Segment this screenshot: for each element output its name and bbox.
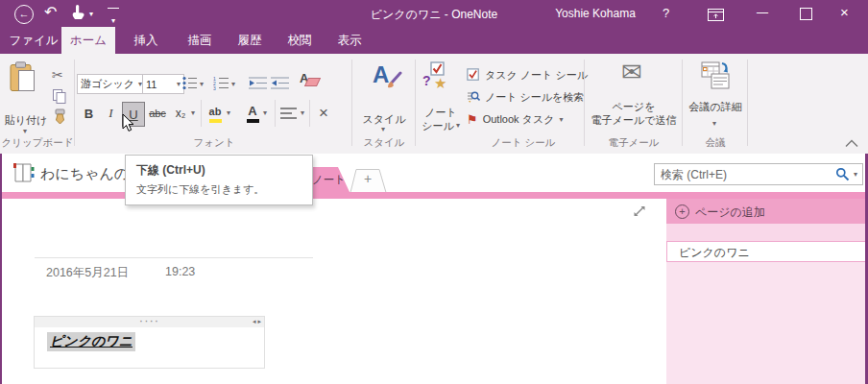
increase-indent-icon[interactable]	[271, 76, 289, 94]
note-tags-caret-icon: ▾	[456, 121, 460, 130]
svg-text:3: 3	[213, 85, 216, 91]
bold-button[interactable]: B	[79, 102, 99, 125]
numbered-list-icon[interactable]: 123	[213, 76, 229, 94]
window-edge-left	[0, 154, 2, 384]
group-divider	[584, 60, 585, 146]
add-page-icon: +	[675, 204, 689, 219]
font-name-combo[interactable]: 游ゴシック ▾	[77, 74, 146, 94]
tab-view[interactable]: 表示	[325, 27, 374, 54]
tab-draw[interactable]: 描画	[175, 27, 225, 54]
group-label-font: フォント	[77, 136, 351, 150]
paste-icon[interactable]	[10, 61, 38, 98]
copy-icon[interactable]	[53, 89, 66, 108]
paste-button[interactable]: 貼り付け	[4, 113, 48, 128]
collapse-ribbon-icon[interactable]	[845, 134, 858, 152]
bullet-list-icon[interactable]	[182, 76, 198, 94]
highlight-button[interactable]: ab	[205, 102, 225, 125]
search-tag-icon	[467, 90, 480, 104]
touch-mode-caret-icon[interactable]: ▾	[89, 10, 93, 18]
search-input[interactable]	[655, 168, 835, 181]
small-divider	[275, 100, 276, 127]
qat-customize-icon[interactable]: ▾	[108, 8, 119, 27]
back-icon[interactable]: ←	[14, 5, 34, 24]
email-page-button[interactable]: ✉ ページを 電子メールで送信	[588, 60, 680, 134]
page-list-item[interactable]: ピンクのワニ	[666, 241, 868, 262]
search-scope-caret-icon[interactable]: ▾	[854, 170, 857, 179]
decrease-indent-icon[interactable]	[249, 76, 267, 94]
small-divider	[309, 100, 310, 127]
resize-arrows-icon[interactable]: ◂ ▸	[253, 318, 261, 325]
font-size-combo[interactable]: 11 ▾	[142, 74, 184, 94]
close-button[interactable]: ×	[840, 4, 849, 20]
tab-home[interactable]: ホーム	[61, 27, 115, 54]
group-label-meeting: 会議	[687, 136, 743, 150]
group-divider	[74, 60, 75, 146]
group-label-clipboard: クリップボード	[0, 136, 75, 150]
undo-icon[interactable]: ↶	[44, 3, 57, 21]
styles-caret-icon: ▾	[381, 125, 385, 133]
paragraph-alignment-icon[interactable]	[280, 107, 298, 124]
font-color-letter: A	[248, 104, 256, 118]
title-underline-rule	[35, 257, 313, 258]
find-tags-button[interactable]: ノート シールを検索	[467, 89, 584, 105]
search-icon[interactable]	[835, 167, 850, 181]
outlook-tasks-button[interactable]: ⚑ Outlook タスク ▾	[467, 111, 563, 127]
note-container-handle[interactable]: ···· ◂ ▸	[35, 317, 264, 327]
note-tags-label-2: シール	[419, 119, 457, 133]
notebook-icon[interactable]	[12, 162, 36, 187]
minimize-button[interactable]: —	[754, 4, 771, 21]
email-label-1: ページを	[588, 100, 680, 114]
find-tags-label: ノート シールを検索	[485, 90, 584, 105]
note-text[interactable]: ピンクのワニ	[47, 332, 135, 351]
full-page-view-icon[interactable]	[632, 204, 647, 223]
format-painter-icon[interactable]	[53, 108, 67, 129]
page-time[interactable]: 19:23	[165, 265, 195, 278]
cut-icon[interactable]: ✂	[52, 67, 63, 83]
delete-icon[interactable]: ×	[314, 102, 333, 125]
font-color-button[interactable]: A	[243, 102, 262, 125]
highlight-color-bar	[209, 119, 222, 123]
font-size-caret-icon[interactable]: ▾	[177, 80, 181, 88]
outlook-tasks-label: Outlook タスク	[483, 112, 555, 127]
tab-review[interactable]: 校閲	[275, 27, 325, 54]
italic-button[interactable]: I	[101, 102, 121, 125]
maximize-button[interactable]	[800, 8, 812, 20]
note-tags-button[interactable]: ? ★ ノート シール ▾	[419, 60, 463, 134]
tooltip-underline: 下線 (Ctrl+U) 文字列に下線を引きます。	[125, 155, 313, 205]
task-tag-button[interactable]: タスク ノート シール	[467, 67, 588, 83]
notebook-name[interactable]: わにちゃんの	[40, 165, 129, 183]
group-divider	[682, 60, 683, 146]
group-divider	[415, 60, 416, 146]
note-container[interactable]: ···· ◂ ▸ ピンクのワニ	[34, 316, 265, 369]
meeting-details-button[interactable]: 会議の詳細 ▾	[687, 60, 743, 134]
bullet-list-caret-icon[interactable]: ▾	[200, 80, 204, 88]
alignment-caret-icon[interactable]: ▾	[301, 108, 304, 117]
account-name[interactable]: Yoshie Kohama	[549, 7, 641, 20]
strikethrough-button[interactable]: abc	[145, 102, 170, 125]
meeting-details-label: 会議の詳細	[687, 100, 743, 114]
meeting-details-icon	[701, 61, 732, 90]
drag-handle-dots-icon[interactable]: ····	[35, 315, 264, 325]
styles-button[interactable]: A スタイル ▾	[357, 60, 411, 134]
group-label-email: 電子メール	[588, 136, 680, 150]
add-page-header[interactable]: + ページの追加	[666, 199, 868, 224]
numbered-list-caret-icon[interactable]: ▾	[231, 80, 235, 88]
subscript-button[interactable]: x₂	[171, 102, 190, 125]
highlight-caret-icon[interactable]: ▾	[227, 108, 230, 117]
subscript-caret-icon[interactable]: ▾	[191, 108, 195, 117]
tab-history[interactable]: 履歴	[225, 27, 275, 54]
group-divider	[747, 60, 748, 146]
tab-file[interactable]: ファイル	[8, 27, 60, 54]
page-date[interactable]: 2016年5月21日	[46, 265, 129, 281]
checkbox-icon	[467, 68, 480, 82]
search-box: ▾	[654, 163, 863, 185]
clear-formatting-icon[interactable]: A	[300, 71, 319, 90]
onenote-window: ← ↶ ▾ ▾ ピンクのワニ - OneNote Yoshie Kohama ?…	[0, 0, 868, 384]
page-list-panel[interactable]	[666, 262, 868, 384]
tab-insert[interactable]: 挿入	[121, 27, 171, 54]
font-color-caret-icon[interactable]: ▾	[263, 108, 267, 117]
touch-mode-icon[interactable]	[71, 4, 85, 25]
ribbon-display-options-icon[interactable]	[708, 8, 724, 25]
help-icon[interactable]: ?	[663, 6, 669, 20]
paste-caret-icon[interactable]: ▾	[23, 127, 27, 135]
